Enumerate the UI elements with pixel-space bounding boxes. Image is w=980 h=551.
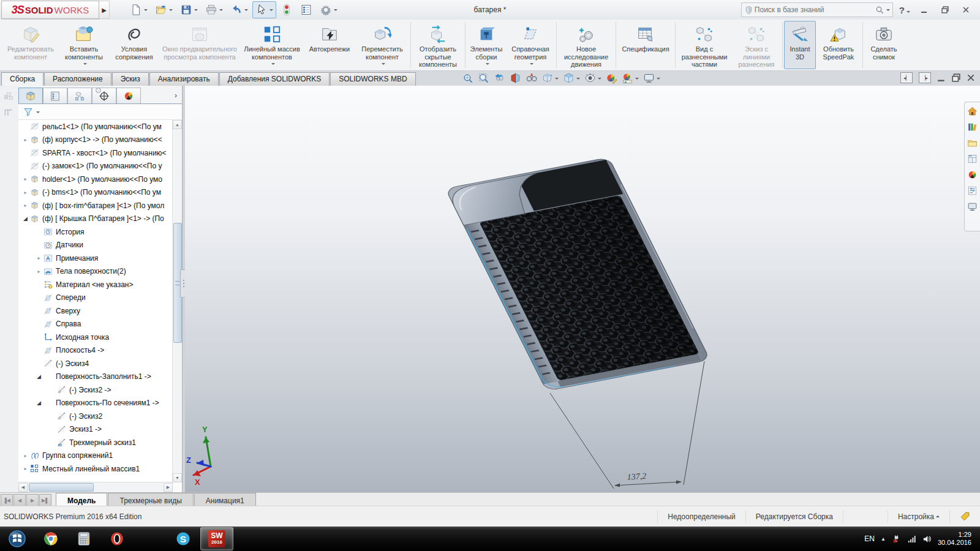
- prev-tab-button[interactable]: ◀: [13, 494, 26, 506]
- selection-filter-button[interactable]: [277, 1, 296, 18]
- expand-arrow-icon[interactable]: ▸: [21, 176, 30, 182]
- open-button[interactable]: [152, 1, 176, 18]
- tree-item[interactable]: Спереди: [18, 291, 173, 305]
- scroll-up-icon[interactable]: ▲: [173, 120, 182, 129]
- battery-pack-model[interactable]: [445, 157, 710, 391]
- tree-item[interactable]: (-) Эскиз2: [18, 410, 173, 423]
- ribbon-button-bill-of-materials[interactable]: Спецификация: [617, 21, 674, 69]
- tree-item[interactable]: ▸(-) bms<1> (По умолчанию<<По ум: [18, 186, 173, 200]
- tab-assembly[interactable]: Сборка: [1, 72, 43, 86]
- next-tab-button[interactable]: ▶: [26, 494, 39, 506]
- tab-sketch[interactable]: Эскиз: [112, 72, 149, 86]
- zoom-to-fit-button[interactable]: [461, 72, 475, 84]
- forum-icon[interactable]: [967, 201, 978, 212]
- filter-icon[interactable]: [23, 107, 33, 117]
- expand-arrow-icon[interactable]: ▸: [21, 453, 30, 459]
- tree-item[interactable]: (-) замок<1> (По умолчанию<<По у: [18, 160, 173, 173]
- taskbar-app-explorer[interactable]: [134, 528, 166, 550]
- collapse-left-button[interactable]: ◂▏: [900, 72, 913, 83]
- tags-button[interactable]: [949, 511, 980, 523]
- ribbon-button-update-speedpak[interactable]: Обновить SpeedPak: [816, 21, 861, 69]
- tree-item[interactable]: ▸(ф) [ box-rim^батарея ]<1> (По умол: [18, 199, 173, 212]
- tab-model[interactable]: Модель: [56, 493, 107, 506]
- ribbon-button-new-motion-study[interactable]: Новое исследование движения: [558, 21, 614, 69]
- network-disconnected-icon[interactable]: [892, 534, 901, 544]
- restore-button[interactable]: [937, 4, 953, 16]
- dropdown-caret-icon[interactable]: [635, 78, 639, 81]
- view-orientation-button[interactable]: [540, 72, 560, 84]
- tree-horizontal-scrollbar[interactable]: ◀ ▶: [18, 482, 173, 492]
- ribbon-button-move-component[interactable]: Переместить компонент: [355, 21, 409, 69]
- flyout-tree-icon[interactable]: [3, 107, 14, 118]
- taskbar-app-skype[interactable]: [167, 528, 199, 550]
- clock[interactable]: 1:29 30.04.2016: [938, 531, 971, 547]
- undo-button[interactable]: [227, 1, 251, 18]
- tab-solidworks-mbd[interactable]: SOLIDWORKS MBD: [330, 72, 415, 86]
- tree-item[interactable]: ▸Местный линейный массив1: [18, 462, 173, 476]
- tree-item[interactable]: ▸Тела поверхности(2): [18, 265, 173, 279]
- options-button[interactable]: [317, 1, 341, 18]
- expand-arrow-icon[interactable]: ▸: [34, 255, 43, 261]
- toolbar-expand-button[interactable]: ▶: [99, 1, 110, 19]
- new-document-button[interactable]: [127, 1, 151, 18]
- dropdown-caret-icon[interactable]: [382, 63, 385, 67]
- tree-item[interactable]: (-) Эскиз4: [18, 357, 173, 370]
- annotation-visibility-button[interactable]: [524, 72, 538, 84]
- tree-item[interactable]: ◢Поверхность-Заполнить1 ->: [18, 370, 173, 384]
- fm-tab-configurations[interactable]: [67, 88, 92, 103]
- ribbon-button-assembly-features[interactable]: Элементы сборки: [467, 21, 506, 69]
- close-button[interactable]: [958, 4, 974, 16]
- expand-arrow-icon[interactable]: ▸: [21, 190, 30, 195]
- last-tab-button[interactable]: ▶▌: [39, 494, 51, 506]
- ribbon-button-mate[interactable]: Условия сопряжения: [109, 21, 159, 69]
- ribbon-button-instant-3d[interactable]: Instant 3D: [784, 21, 816, 69]
- home-icon[interactable]: [967, 106, 978, 116]
- ribbon-button-exploded-view[interactable]: Вид с разнесенными частями: [677, 21, 732, 69]
- search-input[interactable]: [753, 5, 875, 15]
- ribbon-button-smart-fasteners[interactable]: Автокрепежи: [304, 21, 355, 69]
- tree-item[interactable]: Материал <не указан>: [18, 278, 173, 291]
- tree-item[interactable]: Датчики: [18, 239, 173, 252]
- dropdown-caret-icon[interactable]: [194, 9, 198, 13]
- search-icon[interactable]: [875, 6, 884, 15]
- dropdown-caret-icon[interactable]: [270, 9, 273, 13]
- doc-close-icon[interactable]: [967, 73, 975, 82]
- show-hidden-icons-button[interactable]: ▲: [881, 536, 886, 542]
- tree-item[interactable]: История: [18, 225, 173, 239]
- file-explorer-icon[interactable]: [967, 138, 978, 148]
- tree-filter-row[interactable]: [18, 104, 182, 120]
- collapse-right-button[interactable]: ▕▸: [919, 72, 931, 83]
- report-button[interactable]: [297, 1, 315, 18]
- language-indicator[interactable]: EN: [864, 534, 875, 543]
- expand-arrow-icon[interactable]: ▸: [21, 466, 30, 471]
- doc-minimize-icon[interactable]: [937, 73, 946, 82]
- appearances-icon[interactable]: [967, 170, 978, 180]
- tree-item[interactable]: Исходная точка: [18, 331, 173, 344]
- ribbon-button-insert-components[interactable]: Вставить компоненты: [59, 21, 109, 69]
- tree-item[interactable]: ◢Поверхность-По сечениям1 ->: [18, 397, 173, 410]
- tree-item[interactable]: ▸Примечания: [18, 252, 173, 265]
- edit-appearance-button[interactable]: [605, 72, 619, 84]
- ribbon-button-linear-component-pattern[interactable]: Линейный массив компонентов: [240, 21, 304, 69]
- collapse-arrow-icon[interactable]: ◢: [21, 216, 30, 222]
- tab-animation1[interactable]: Анимация1: [194, 493, 256, 506]
- display-style-button[interactable]: [562, 72, 581, 84]
- scroll-right-icon[interactable]: ▶: [164, 483, 173, 492]
- fm-tab-property-manager[interactable]: [43, 88, 67, 103]
- select-button[interactable]: [252, 1, 276, 18]
- tree-item[interactable]: Плоскость4 ->: [18, 344, 173, 358]
- taskbar-app-chrome[interactable]: [35, 528, 67, 550]
- dropdown-caret-icon[interactable]: [576, 78, 580, 81]
- doc-restore-icon[interactable]: [952, 73, 960, 82]
- dropdown-caret-icon[interactable]: [657, 78, 660, 81]
- taskbar-app-opera[interactable]: [101, 528, 133, 550]
- dropdown-caret-icon[interactable]: [486, 63, 489, 67]
- dropdown-caret-icon[interactable]: [598, 78, 601, 81]
- tree-item[interactable]: Трехмерный эскиз1: [18, 436, 173, 449]
- tree-item[interactable]: рельс1<1> (По умолчанию<<По ум: [18, 120, 173, 133]
- ribbon-button-reference-geometry[interactable]: Справочная геометрия: [506, 21, 555, 69]
- panel-handle[interactable]: [96, 88, 101, 93]
- print-button[interactable]: [202, 1, 226, 18]
- tree-item[interactable]: ◢(ф) [ Крышка П^батарея ]<1> -> (По: [18, 212, 173, 226]
- fm-tabs-overflow-chevron[interactable]: ›: [170, 88, 182, 103]
